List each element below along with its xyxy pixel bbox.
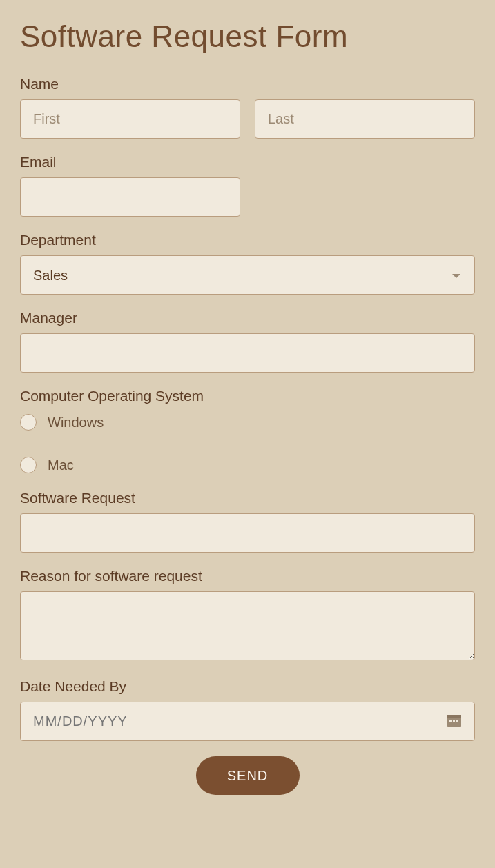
manager-group: Manager — [20, 310, 475, 373]
department-label: Department — [20, 232, 475, 248]
software-input[interactable] — [20, 513, 475, 553]
last-name-input[interactable] — [255, 99, 475, 139]
os-option-label: Windows — [48, 415, 104, 431]
email-group: Email — [20, 154, 475, 217]
department-select[interactable]: Sales — [20, 255, 475, 295]
name-label: Name — [20, 76, 475, 92]
email-label: Email — [20, 154, 475, 170]
manager-label: Manager — [20, 310, 475, 326]
reason-group: Reason for software request — [20, 568, 475, 663]
os-option-label: Mac — [48, 457, 74, 473]
radio-icon — [20, 414, 37, 431]
os-option-mac[interactable]: Mac — [20, 457, 475, 473]
send-button[interactable]: SEND — [196, 756, 300, 795]
email-input[interactable] — [20, 177, 240, 217]
name-group: Name — [20, 76, 475, 139]
reason-textarea[interactable] — [20, 591, 475, 660]
radio-icon — [20, 457, 37, 473]
os-group: Computer Operating System Windows Mac — [20, 388, 475, 473]
manager-input[interactable] — [20, 333, 475, 373]
reason-label: Reason for software request — [20, 568, 475, 584]
os-option-windows[interactable]: Windows — [20, 414, 475, 431]
date-input[interactable] — [20, 702, 475, 741]
date-group: Date Needed By — [20, 678, 475, 741]
os-label: Computer Operating System — [20, 388, 475, 404]
form-title: Software Request Form — [20, 19, 475, 54]
first-name-input[interactable] — [20, 99, 240, 139]
department-group: Department Sales — [20, 232, 475, 295]
software-label: Software Request — [20, 490, 475, 506]
software-group: Software Request — [20, 490, 475, 553]
date-label: Date Needed By — [20, 678, 475, 695]
